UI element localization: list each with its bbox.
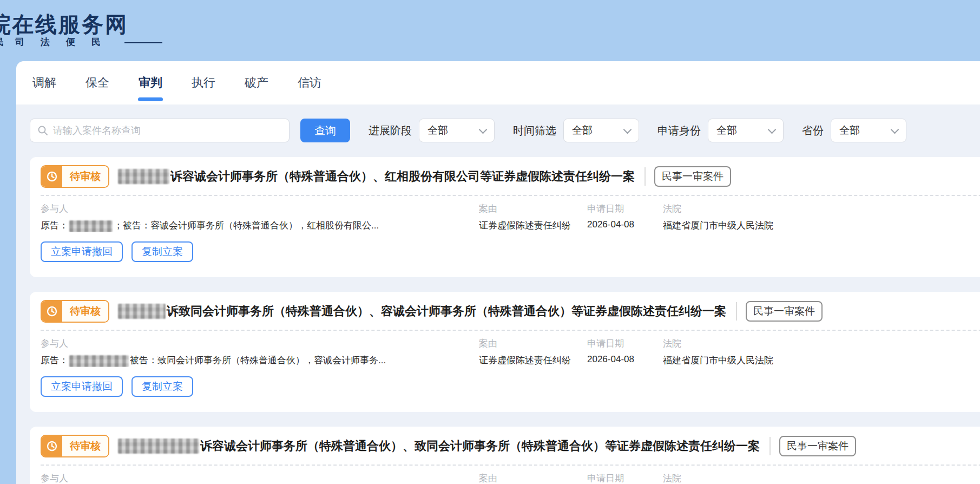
site-tagline: 民 司 法 便 民 xyxy=(0,36,162,48)
status-badge-label: 待审核 xyxy=(62,301,108,322)
case-type-tag: 民事一审案件 xyxy=(779,436,856,456)
cause-col: 案由 证券虚假陈述责任纠纷 xyxy=(479,202,587,232)
active-tab-underline xyxy=(138,97,163,101)
case-title: 诉容诚会计师事务所（特殊普通合伙）、致同会计师事务所（特殊普通合伙）等证券虚假陈… xyxy=(200,438,760,454)
case-card: 待审核 诉容诚会计师事务所（特殊普通合伙）、红相股份有限公司等证券虚假陈述责任纠… xyxy=(30,157,980,277)
dashed-divider xyxy=(41,465,980,466)
date-col: 申请日期 2026-04-08 xyxy=(587,337,663,367)
case-detail-grid: 参与人 原告：被告：致同会计师事务所（特殊普通合伙），容诚会计师事务... 案由… xyxy=(41,337,980,367)
main-panel: 调解 保全 审判 执行 破产 信访 查询 进展阶段 全部 xyxy=(16,61,980,484)
clock-icon xyxy=(42,301,62,322)
court-col: 法院 xyxy=(663,472,980,484)
redacted-plaintiff-name xyxy=(118,439,199,454)
case-title-row: 待审核 诉容诚会计师事务所（特殊普通合伙）、红相股份有限公司等证券虚假陈述责任纠… xyxy=(41,165,980,188)
tagline-clipped-char: 民 xyxy=(0,36,5,48)
case-type-tag: 民事一审案件 xyxy=(746,301,823,322)
search-wrap xyxy=(30,119,290,142)
case-type-tag: 民事一审案件 xyxy=(654,166,731,187)
search-button[interactable]: 查询 xyxy=(300,119,350,142)
card-actions: 立案申请撤回 复制立案 xyxy=(41,241,980,262)
chevron-down-icon xyxy=(479,125,488,134)
cause-value: 证券虚假陈述责任纠纷 xyxy=(479,219,587,232)
tab-bankruptcy[interactable]: 破产 xyxy=(245,61,268,104)
case-card: 待审核 诉容诚会计师事务所（特殊普通合伙）、致同会计师事务所（特殊普通合伙）等证… xyxy=(30,427,980,484)
chevron-down-icon xyxy=(768,125,777,134)
court-value: 福建省厦门市中级人民法院 xyxy=(663,219,980,232)
participants-col: 参与人 xyxy=(41,472,479,484)
clock-icon xyxy=(42,166,62,187)
case-detail-grid: 参与人 原告：；被告：容诚会计师事务所（特殊普通合伙），红相股份有限公... 案… xyxy=(41,202,980,232)
progress-stage-select[interactable]: 全部 xyxy=(419,119,495,142)
site-logo: 院在线服务网 xyxy=(0,10,128,40)
title-tag-divider xyxy=(736,302,737,321)
tab-preservation[interactable]: 保全 xyxy=(85,61,109,104)
participants-col: 参与人 原告：；被告：容诚会计师事务所（特殊普通合伙），红相股份有限公... xyxy=(41,202,479,232)
redacted-plaintiff-name xyxy=(69,355,129,367)
participants-value: 原告：被告：致同会计师事务所（特殊普通合伙），容诚会计师事务... xyxy=(41,354,479,367)
redacted-plaintiff-name xyxy=(69,220,113,232)
status-badge: 待审核 xyxy=(41,435,109,457)
date-value: 2026-04-08 xyxy=(587,354,663,365)
filter-label: 进展阶段 xyxy=(369,123,412,138)
cause-value: 证券虚假陈述责任纠纷 xyxy=(479,354,587,367)
filter-applicant-identity: 申请身份 全部 xyxy=(657,119,784,142)
date-value: 2026-04-08 xyxy=(587,219,663,230)
filter-province: 省份 全部 xyxy=(802,119,906,142)
date-col: 申请日期 2026-04-08 xyxy=(587,202,663,232)
dashed-divider xyxy=(41,195,980,196)
logo-text: 在线服务网 xyxy=(12,12,128,36)
province-select[interactable]: 全部 xyxy=(831,119,906,142)
filter-time: 时间筛选 全部 xyxy=(513,119,639,142)
withdraw-filing-button[interactable]: 立案申请撤回 xyxy=(41,241,123,262)
filter-row: 查询 进展阶段 全部 时间筛选 全部 申请身份 全部 xyxy=(30,119,980,142)
participants-value: 原告：；被告：容诚会计师事务所（特殊普通合伙），红相股份有限公... xyxy=(41,219,479,232)
court-value: 福建省厦门市中级人民法院 xyxy=(663,354,980,367)
cause-col: 案由 xyxy=(479,472,587,484)
court-col: 法院 福建省厦门市中级人民法院 xyxy=(663,337,980,367)
status-badge: 待审核 xyxy=(41,300,109,323)
status-badge: 待审核 xyxy=(41,165,109,188)
tab-petition[interactable]: 信访 xyxy=(298,61,321,104)
tab-enforcement[interactable]: 执行 xyxy=(192,61,215,104)
clock-icon xyxy=(42,436,62,456)
dashed-divider xyxy=(41,330,980,331)
applicant-identity-select[interactable]: 全部 xyxy=(708,119,784,142)
chevron-down-icon xyxy=(891,125,899,134)
case-title-row: 待审核 诉致同会计师事务所（特殊普通合伙）、容诚会计师事务所（特殊普通合伙）等证… xyxy=(41,300,980,323)
filter-label: 时间筛选 xyxy=(513,123,556,138)
tab-trial[interactable]: 审判 xyxy=(139,61,162,104)
status-badge-label: 待审核 xyxy=(62,436,108,456)
search-icon xyxy=(37,125,48,136)
search-input[interactable] xyxy=(30,119,290,142)
copy-filing-button[interactable]: 复制立案 xyxy=(131,241,193,262)
case-title: 诉容诚会计师事务所（特殊普通合伙）、红相股份有限公司等证券虚假陈述责任纠纷一案 xyxy=(170,168,635,185)
tab-bar: 调解 保全 审判 执行 破产 信访 xyxy=(16,61,980,104)
redacted-plaintiff-name xyxy=(118,169,169,184)
card-actions: 立案申请撤回 复制立案 xyxy=(41,376,980,397)
chevron-down-icon xyxy=(623,125,632,134)
filter-progress-stage: 进展阶段 全部 xyxy=(369,119,495,142)
case-title-row: 待审核 诉容诚会计师事务所（特殊普通合伙）、致同会计师事务所（特殊普通合伙）等证… xyxy=(41,435,980,457)
copy-filing-button[interactable]: 复制立案 xyxy=(131,376,193,397)
case-card: 待审核 诉致同会计师事务所（特殊普通合伙）、容诚会计师事务所（特殊普通合伙）等证… xyxy=(30,292,980,412)
tab-mediation[interactable]: 调解 xyxy=(32,61,56,104)
withdraw-filing-button[interactable]: 立案申请撤回 xyxy=(41,376,123,397)
cause-col: 案由 证券虚假陈述责任纠纷 xyxy=(479,337,587,367)
redacted-plaintiff-name xyxy=(118,304,166,319)
filter-label: 申请身份 xyxy=(657,123,701,138)
court-col: 法院 福建省厦门市中级人民法院 xyxy=(663,202,980,232)
participants-col: 参与人 原告：被告：致同会计师事务所（特殊普通合伙），容诚会计师事务... xyxy=(41,337,479,367)
status-badge-label: 待审核 xyxy=(62,166,108,187)
title-tag-divider xyxy=(769,437,771,455)
filter-label: 省份 xyxy=(802,123,824,138)
title-tag-divider xyxy=(644,167,646,186)
date-col: 申请日期 xyxy=(587,472,663,484)
content-area: 查询 进展阶段 全部 时间筛选 全部 申请身份 全部 xyxy=(16,104,980,484)
case-title: 诉致同会计师事务所（特殊普通合伙）、容诚会计师事务所（特殊普通合伙）等证券虚假陈… xyxy=(167,303,726,319)
case-detail-grid: 参与人 案由 申请日期 法院 xyxy=(41,472,980,484)
logo-clipped-char: 院 xyxy=(0,10,12,40)
site-header: 院在线服务网 民 司 法 便 民 xyxy=(0,0,980,54)
time-filter-select[interactable]: 全部 xyxy=(563,119,639,142)
tagline-rule xyxy=(124,42,162,43)
tagline-text: 司 法 便 民 xyxy=(15,36,107,47)
